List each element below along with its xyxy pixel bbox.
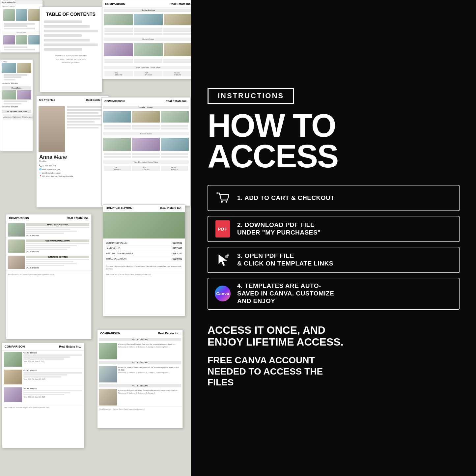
val-label-4: TOTAL VALUATION: [106,258,127,260]
pdf-icon: PDF [214,220,231,238]
comp-mid-brand: Real Estate Inc. [165,99,187,103]
val-photo [103,212,185,238]
doc-comparison-mid: COMPARISON Real Estate Inc. Similar List… [101,97,190,206]
val-value-1: $370,500 [173,242,182,244]
toc-title: TABLE OF CONTENTS [44,12,98,17]
svg-point-1 [221,201,223,203]
step-2-card: PDF 2. DOWNLOAD PDF FILEUNDER "MY PURCHA… [208,216,460,242]
instructions-badge-text: INSTRUCTIONS [218,92,284,100]
comp-btm-brand: Real Estate Inc. [59,345,81,348]
doc-comparison-top: COMPARISON Real Estate Inc. Similar List… [102,0,191,79]
val-header: HOME VALUATION [106,207,132,210]
comp-mid-header: COMPARISON [104,99,125,103]
doc-comparison-properties: COMPARISON Real Estate Inc. MAPLEWOOD CO… [6,214,92,339]
doc-toc: TABLE OF CONTENTS Welcome to a journey w… [40,7,102,92]
profile-header: MY PROFILE [39,98,55,101]
comp-btm-header: COMPARISON [5,345,25,348]
step-3-card: 3. OPEN PDF FILE& CLICK ON TEMPLATE LINK… [208,247,460,273]
svg-point-2 [226,201,227,203]
step-4-text: 4. TEMPLATES ARE AUTO-SAVED IN CANVA. CU… [237,282,334,305]
val-brand: Real Estate Inc. [160,207,182,210]
comp-btm-right-header: COMPARISON [100,332,120,335]
profile-contact: 📞 +1 234 567 878 🌐 www.mywebsite.com ✉️ … [39,164,106,178]
comp-top-header: COMPARISON [105,2,125,6]
main-title: HOW TO ACCESS [208,110,460,172]
profile-role: Realtor [39,160,106,162]
comp-top-brand: Real Estate Inc. [169,2,191,6]
doc-valuation: HOME VALUATION Real Estate Inc. ESTIMATE… [103,204,185,316]
cedarwood-title: CEDARWOOD MEADOWS [26,239,89,242]
doc-partial-mid: Listings Sales Price: $380,000 Recent Sa… [0,59,33,152]
doc-partial-top: Real Estate Inc. Similar Listings Recent… [0,0,43,53]
step-3-text: 3. OPEN PDF FILE& CLICK ON TEMPLATE LINK… [237,252,333,267]
doc-comp-btm-left: COMPARISON Real Estate Inc. VALUE: $680,… [2,343,84,448]
val-label-3: REAL ESTATE BENEFITS: [106,252,133,255]
cart-icon [214,189,231,207]
canva-icon: Canva [214,285,231,302]
comp-prop-header: COMPARISON [9,216,29,220]
step-1-text: 1. ADD TO CART & CHECKOUT [237,194,334,202]
elmwood-title: ELMWOOD ESTATES [26,256,89,258]
step-1-card: 1. ADD TO CART & CHECKOUT [208,185,460,211]
comp-btm-right-brand: Real Estate Inc. [158,332,180,335]
right-panel: INSTRUCTIONS HOW TO ACCESS 1. ADD TO CAR… [191,0,476,476]
step-4-card: Canva 4. TEMPLATES ARE AUTO-SAVED IN CAN… [208,278,460,309]
step-2-text: 2. DOWNLOAD PDF FILEUNDER "MY PURCHASES" [237,221,321,237]
val-label-1: ESTIMATED VALUE: [106,242,127,244]
footer-main: ACCESS IT ONCE, AND ENJOY LIFETIME ACCES… [208,324,460,349]
bottom-text: ACCESS IT ONCE, AND ENJOY LIFETIME ACCES… [208,324,460,388]
val-value-3: $282,700 [173,252,182,255]
svg-point-4 [227,254,229,256]
instructions-badge: INSTRUCTIONS [208,88,294,104]
profile-photo [39,106,65,152]
doc-comp-btm-right: COMPARISON Real Estate Inc. VALUE: $520,… [97,329,183,428]
maplewood-title: MAPLEWOOD COURT [26,223,89,226]
val-label-2: LAND VALUE: [106,247,121,249]
val-desc: Discover the accurate valuation of your … [103,264,185,272]
profile-name: Anna Marie [39,154,106,160]
val-value-2: $157,680 [173,247,182,249]
val-value-4: $810,880 [173,258,182,260]
left-panel: Real Estate Inc. Similar Listings Recent… [0,0,191,476]
footer-sub: FREE CANVA ACCOUNT NEEDED TO ACCESS THE … [208,355,460,388]
doc-profile: MY PROFILE Real Estate Inc. Anna Marie R… [36,96,109,208]
cursor-icon [214,251,231,268]
comp-prop-brand: Real Estate Inc. [67,216,89,220]
